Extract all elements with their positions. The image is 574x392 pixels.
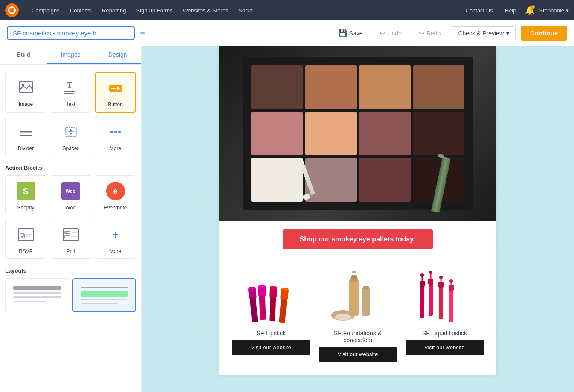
undo-label: Undo <box>387 30 401 37</box>
spacer-block-icon <box>60 121 82 143</box>
svg-point-17 <box>114 131 117 133</box>
svg-rect-40 <box>282 288 288 291</box>
block-woo[interactable]: Woo Woo <box>50 175 91 215</box>
block-spacer[interactable]: Spacer <box>50 116 91 156</box>
liquid-lipstick-btn[interactable]: Visit our website <box>406 340 484 355</box>
tab-design[interactable]: Design <box>94 46 141 64</box>
lipstick-name: SF Lipstick <box>256 330 285 337</box>
layout-item-2[interactable] <box>72 278 136 312</box>
nav-reporting[interactable]: Reporting <box>98 5 130 16</box>
eventbrite-block-label: Eventbrite <box>104 205 127 211</box>
chevron-down-icon: ▾ <box>566 7 569 14</box>
block-text[interactable]: T Text <box>50 72 91 113</box>
nav-signup-forms[interactable]: Sign-up Forms <box>132 5 177 16</box>
rsvp-block-icon <box>15 224 37 246</box>
svg-rect-35 <box>269 296 276 321</box>
tab-images[interactable]: Images <box>47 46 94 64</box>
lipstick-image <box>239 271 303 326</box>
undo-button[interactable]: ↩ Undo <box>374 26 407 40</box>
campaign-title-input[interactable] <box>7 26 135 40</box>
logo[interactable] <box>5 3 19 17</box>
block-divider[interactable]: Divider <box>5 116 46 156</box>
lipstick-btn[interactable]: Visit our website <box>232 340 310 355</box>
svg-rect-38 <box>279 297 287 323</box>
layout-preview-2 <box>78 283 131 307</box>
text-block-label: Text <box>66 101 75 107</box>
block-more-action[interactable]: + More <box>95 219 136 259</box>
svg-rect-59 <box>439 287 443 319</box>
block-image[interactable]: Image <box>5 72 46 113</box>
button-block-icon <box>104 77 127 99</box>
svg-rect-56 <box>428 279 433 285</box>
main-layout: Build Images Design Image <box>0 46 574 392</box>
svg-point-62 <box>439 276 443 279</box>
user-menu[interactable]: Stephanie ▾ <box>539 7 569 14</box>
product-col-lipstick: SF Lipstick Visit our website <box>228 267 314 366</box>
liquid-lipstick-image <box>412 271 476 326</box>
action-blocks-grid: S Shopify Woo Woo e Eventbrite <box>5 175 136 259</box>
svg-rect-24 <box>63 229 78 241</box>
block-shopify[interactable]: S Shopify <box>5 175 46 215</box>
divider-block-icon <box>15 121 37 143</box>
svg-text:T: T <box>67 81 72 90</box>
eventbrite-block-icon: e <box>104 180 127 202</box>
action-blocks-title: Action Blocks <box>5 165 136 171</box>
poll-block-icon <box>60 224 82 246</box>
button-block-label: Button <box>108 102 123 107</box>
tab-build[interactable]: Build <box>0 46 47 64</box>
block-poll[interactable]: Poll <box>50 219 91 259</box>
undo-icon: ↩ <box>380 29 385 37</box>
svg-rect-37 <box>270 286 276 289</box>
svg-point-16 <box>110 131 113 133</box>
more-action-block-label: More <box>110 248 121 254</box>
chevron-down-icon: ▾ <box>506 30 509 37</box>
svg-rect-31 <box>249 287 255 290</box>
poll-block-label: Poll <box>66 248 75 254</box>
hero-image[interactable] <box>219 46 496 221</box>
block-eventbrite[interactable]: e Eventbrite <box>95 175 136 215</box>
canvas-area: Shop our smokey eye pallets today! <box>142 46 574 392</box>
nav-contacts[interactable]: Contacts <box>66 5 96 16</box>
svg-point-45 <box>352 271 356 273</box>
save-label: Save <box>349 30 363 37</box>
nav-more[interactable]: ... <box>260 5 273 16</box>
cta-button[interactable]: Shop our smokey eye pallets today! <box>283 229 433 249</box>
nav-websites-stores[interactable]: Websites & Stores <box>179 5 233 16</box>
foundations-name: SF Foundations & concealers <box>319 330 397 343</box>
block-more[interactable]: More <box>95 116 136 156</box>
svg-rect-41 <box>349 279 359 316</box>
redo-button[interactable]: ↪ Redo <box>413 26 446 40</box>
layout-item-1[interactable] <box>5 278 69 312</box>
product-col-liquid-lipstick: SF Liquid lipstick Visit our website <box>401 267 488 366</box>
blocks-grid: Image T Text <box>5 72 136 156</box>
foundations-btn[interactable]: Visit our website <box>319 347 397 362</box>
save-disk-icon: 💾 <box>339 29 347 37</box>
check-preview-label: Check & Preview <box>458 30 504 37</box>
shopify-block-label: Shopify <box>17 205 34 211</box>
product-col-foundations: SF Foundations & concealers Visit our we… <box>314 267 401 366</box>
divider-block-label: Divider <box>18 145 34 151</box>
sidebar-tabs: Build Images Design <box>0 46 141 65</box>
redo-icon: ↪ <box>419 29 424 37</box>
continue-button[interactable]: Continue <box>521 26 567 41</box>
layouts-title: Layouts <box>5 267 136 274</box>
svg-point-54 <box>420 273 424 277</box>
svg-rect-26 <box>65 235 70 238</box>
image-block-label: Image <box>19 101 33 107</box>
edit-title-icon[interactable]: ✏ <box>140 29 145 37</box>
cta-section[interactable]: Shop our smokey eye pallets today! <box>219 221 496 258</box>
svg-marker-14 <box>69 133 72 135</box>
liquid-lipstick-name: SF Liquid lipstick <box>422 330 467 337</box>
block-rsvp[interactable]: RSVP <box>5 219 46 259</box>
check-preview-button[interactable]: Check & Preview ▾ <box>452 26 516 40</box>
top-nav: Campaigns Contacts Reporting Sign-up For… <box>0 0 574 20</box>
notifications-bell[interactable]: 🔔 <box>524 4 536 16</box>
nav-social[interactable]: Social <box>234 5 258 16</box>
image-block-icon <box>15 76 37 99</box>
block-button[interactable]: Button <box>95 72 136 113</box>
save-button[interactable]: 💾 Save <box>333 26 369 40</box>
nav-help[interactable]: Help <box>501 5 521 16</box>
nav-campaigns[interactable]: Campaigns <box>27 5 64 16</box>
toolbar: ✏ 💾 Save ↩ Undo ↪ Redo Check & Preview ▾… <box>0 20 574 46</box>
nav-contact-us[interactable]: Contact Us <box>461 5 497 16</box>
